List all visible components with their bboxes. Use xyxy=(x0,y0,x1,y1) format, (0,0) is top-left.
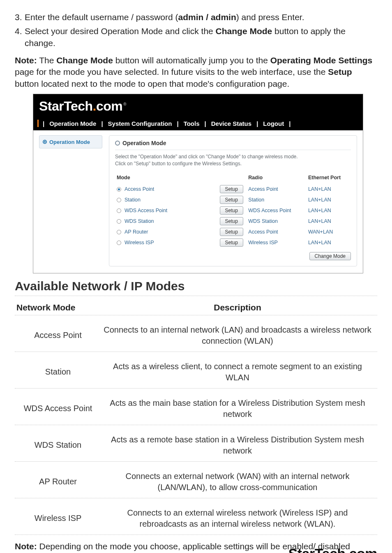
router-ui-screenshot: StarTech.com® | Operation Mode| System C… xyxy=(33,94,363,273)
radio-icon[interactable] xyxy=(117,241,121,245)
nm-desc: Acts as a wireless client, to connect a … xyxy=(99,361,376,383)
radio-value: WDS Access Point xyxy=(247,205,307,216)
ethernet-value: LAN+LAN xyxy=(307,237,351,248)
radio-icon[interactable] xyxy=(117,187,121,192)
nm-row: WDS Access PointActs as the main base st… xyxy=(15,393,377,425)
col-eth: Ethernet Port xyxy=(307,173,351,184)
ethernet-value: WAN+LAN xyxy=(307,227,351,237)
brand-banner: StarTech.com® xyxy=(33,94,363,118)
mode-name: Wireless ISP xyxy=(125,240,154,245)
step-text: Select your desired Operation Mode and c… xyxy=(25,25,377,49)
sidebar-label: Operation Mode xyxy=(49,139,90,145)
radio-icon[interactable] xyxy=(117,219,121,224)
radio-icon[interactable] xyxy=(117,198,121,202)
sidebar-operation-mode[interactable]: Operation Mode xyxy=(39,135,102,148)
radio-value: Access Point xyxy=(247,227,307,237)
radio-value: Station xyxy=(247,194,307,205)
nav-accent xyxy=(37,120,39,127)
top-nav: | Operation Mode| System Configuration| … xyxy=(33,118,363,130)
ethernet-value: LAN+LAN xyxy=(307,184,351,194)
page-footer: Instruction Manual StarTech.com Hard-to-… xyxy=(15,546,377,553)
setup-button[interactable]: Setup xyxy=(220,196,243,204)
mode-name: WDS Access Point xyxy=(125,208,167,213)
change-mode-button[interactable]: Change Mode xyxy=(309,252,351,260)
nm-row: Wireless ISPConnects to an external wire… xyxy=(15,502,377,534)
nm-row: WDS StationActs as a remote base station… xyxy=(15,429,377,461)
nm-mode: WDS Access Point xyxy=(16,404,99,413)
nm-desc: Connects an external network (WAN) with … xyxy=(99,471,376,493)
panel-title: Operation Mode xyxy=(122,140,166,146)
nm-mode: AP Router xyxy=(16,477,99,486)
mode-row: StationSetupStationLAN+LAN xyxy=(115,194,351,205)
mode-row: AP RouterSetupAccess PointWAN+LAN xyxy=(115,227,351,237)
network-modes-table: Network Mode Description Access PointCon… xyxy=(15,300,377,535)
ethernet-value: LAN+LAN xyxy=(307,205,351,216)
nm-desc: Acts as the main base station for a Wire… xyxy=(99,398,376,420)
ethernet-value: LAN+LAN xyxy=(307,194,351,205)
operation-mode-panel: Operation Mode Select the "Operation Mod… xyxy=(109,135,357,266)
nm-mode: Access Point xyxy=(16,331,99,340)
step-number: 4. xyxy=(15,25,25,49)
nm-desc: Connects to an internal network (LAN) an… xyxy=(99,324,376,347)
radio-icon[interactable] xyxy=(117,208,121,213)
panel-hint: Select the "Operation Mode" and click on… xyxy=(115,153,351,167)
step-3: 3. Enter the default username / password… xyxy=(15,12,377,23)
mode-name: Station xyxy=(125,197,141,203)
mode-name: Access Point xyxy=(125,186,154,192)
nm-row: AP RouterConnects an external network (W… xyxy=(15,466,377,498)
note-change-mode: Note: The Change Mode button will automa… xyxy=(15,55,377,90)
setup-button[interactable]: Setup xyxy=(220,228,243,236)
radio-icon[interactable] xyxy=(117,230,121,234)
nm-desc: Acts as a remote base station in a Wirel… xyxy=(99,434,376,456)
col-mode: Mode xyxy=(115,173,218,184)
ethernet-value: LAN+LAN xyxy=(307,216,351,227)
nm-row: Access PointConnects to an internal netw… xyxy=(15,319,377,352)
setup-button[interactable]: Setup xyxy=(220,217,243,225)
nm-desc: Connects to an external wireless network… xyxy=(99,507,376,530)
step-4: 4. Select your desired Operation Mode an… xyxy=(15,25,377,49)
step-text: Enter the default username / password (a… xyxy=(25,12,377,23)
setup-button[interactable]: Setup xyxy=(220,206,243,215)
mode-row: Wireless ISPSetupWireless ISPLAN+LAN xyxy=(115,237,351,248)
nm-mode: WDS Station xyxy=(16,440,99,450)
nav-device-status[interactable]: Device Status xyxy=(209,120,254,127)
mode-row: WDS Access PointSetupWDS Access PointLAN… xyxy=(115,205,351,216)
nm-header-mode: Network Mode xyxy=(15,300,98,315)
radio-on-icon xyxy=(43,140,47,144)
step-number: 3. xyxy=(15,12,25,23)
nav-logout[interactable]: Logout xyxy=(261,120,286,127)
nm-mode: Wireless ISP xyxy=(16,514,99,523)
mode-row: Access PointSetupAccess PointLAN+LAN xyxy=(115,184,351,194)
mode-row: WDS StationSetupWDS StationLAN+LAN xyxy=(115,216,351,227)
steps-list: 3. Enter the default username / password… xyxy=(15,12,377,49)
mode-name: WDS Station xyxy=(125,218,154,224)
nm-mode: Station xyxy=(16,367,99,377)
mode-name: AP Router xyxy=(125,229,148,235)
radio-value: Access Point xyxy=(247,184,307,194)
nav-system-config[interactable]: System Configuration xyxy=(106,120,175,127)
ring-icon xyxy=(115,141,120,146)
brand-logo: StarTech.com® xyxy=(39,99,126,114)
setup-button[interactable]: Setup xyxy=(220,238,243,247)
col-radio: Radio xyxy=(247,173,307,184)
section-heading: Available Network / IP Modes xyxy=(15,279,377,293)
radio-value: WDS Station xyxy=(247,216,307,227)
radio-value: Wireless ISP xyxy=(247,237,307,248)
nm-row: StationActs as a wireless client, to con… xyxy=(15,356,377,388)
nav-operation-mode[interactable]: Operation Mode xyxy=(47,120,99,127)
nm-header-desc: Description xyxy=(98,300,377,315)
footer-brand: StarTech.com xyxy=(288,546,377,553)
nav-tools[interactable]: Tools xyxy=(181,120,202,127)
mode-table: Mode Radio Ethernet Port Access PointSet… xyxy=(115,173,351,248)
setup-button[interactable]: Setup xyxy=(220,185,243,193)
